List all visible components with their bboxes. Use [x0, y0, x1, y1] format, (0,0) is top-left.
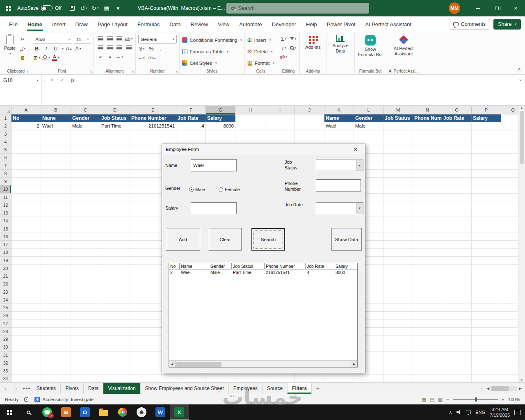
- qat-customize-icon[interactable]: ▾: [113, 3, 123, 14]
- cell-O19[interactable]: [442, 257, 472, 265]
- cell-B11[interactable]: [41, 194, 71, 201]
- cell-B16[interactable]: [41, 233, 71, 241]
- cell-N15[interactable]: [413, 225, 442, 233]
- cell-D9[interactable]: [100, 178, 130, 185]
- cell-N4[interactable]: [413, 138, 442, 146]
- cell-P15[interactable]: [472, 225, 501, 233]
- cell-B8[interactable]: [41, 170, 71, 178]
- sheet-tab-show-employees-and-source-sheet[interactable]: Show Employees and Source Sheet: [141, 383, 229, 394]
- cell-O15[interactable]: [442, 225, 472, 233]
- cell-C2[interactable]: Male: [71, 122, 100, 130]
- cell-P10[interactable]: [472, 185, 501, 193]
- cell-M15[interactable]: [383, 225, 413, 233]
- cell-P32[interactable]: [472, 359, 501, 367]
- cell-B12[interactable]: [41, 201, 71, 209]
- percent-style-button[interactable]: %: [148, 45, 155, 52]
- cell-A28[interactable]: [11, 328, 41, 336]
- name-field[interactable]: Wael: [191, 159, 237, 171]
- job-rate-select[interactable]: ▼: [316, 202, 363, 214]
- ribbon-tab-power-pivot[interactable]: Power Pivot: [322, 16, 360, 32]
- cell-N18[interactable]: [413, 249, 442, 256]
- cell-E1[interactable]: Phone Number: [130, 114, 176, 122]
- column-header-E[interactable]: E: [130, 106, 176, 114]
- cell-C10[interactable]: [71, 185, 100, 193]
- ai-assistant-button[interactable]: AI Perfect Assistant: [389, 34, 418, 56]
- ribbon-tab-automate[interactable]: Automate: [234, 16, 267, 32]
- cell-M18[interactable]: [383, 249, 413, 256]
- cell-G34[interactable]: [206, 375, 235, 382]
- cell-G2[interactable]: 8000: [206, 122, 235, 130]
- cell-B29[interactable]: [41, 336, 71, 343]
- font-name-select[interactable]: Arial▾: [33, 35, 72, 43]
- cell-M19[interactable]: [383, 257, 413, 265]
- cell-O22[interactable]: [442, 280, 472, 288]
- cell-N5[interactable]: [413, 146, 442, 154]
- cell-C33[interactable]: [71, 367, 100, 375]
- cell-J1[interactable]: [295, 114, 324, 122]
- cell-B28[interactable]: [41, 328, 71, 336]
- cell-A13[interactable]: [11, 209, 41, 217]
- cell-D4[interactable]: [100, 138, 130, 146]
- cell-A21[interactable]: [11, 272, 41, 280]
- cell-O13[interactable]: [442, 209, 472, 217]
- cell-N8[interactable]: [413, 170, 442, 178]
- page-break-view-icon[interactable]: ▥: [438, 397, 443, 402]
- notification-center-icon[interactable]: [514, 410, 521, 415]
- enter-formula-icon[interactable]: ✓: [60, 77, 64, 83]
- cell-D32[interactable]: [100, 359, 130, 367]
- mail-icon[interactable]: ✉: [57, 404, 75, 420]
- cell-M9[interactable]: [383, 178, 413, 185]
- cell-C17[interactable]: [71, 241, 100, 249]
- name-box-splitter[interactable]: ⋮: [42, 75, 47, 105]
- row-header-12[interactable]: 12: [0, 201, 11, 209]
- align-center-button[interactable]: [106, 44, 114, 52]
- cell-N14[interactable]: [413, 217, 442, 225]
- cell-B27[interactable]: [41, 320, 71, 328]
- collapse-ribbon-icon[interactable]: ∧: [518, 66, 521, 72]
- cell-C15[interactable]: [71, 225, 100, 233]
- zoom-in-icon[interactable]: +: [502, 397, 504, 402]
- cell-M10[interactable]: [383, 185, 413, 193]
- cell-C21[interactable]: [71, 272, 100, 280]
- number-dialog-launcher-icon[interactable]: ↘: [175, 70, 178, 73]
- job-status-dropdown-icon[interactable]: ▼: [356, 160, 363, 171]
- cell-N7[interactable]: [413, 162, 442, 170]
- cell-A4[interactable]: [11, 138, 41, 146]
- orientation-button[interactable]: ab▾: [125, 35, 132, 43]
- sheet-tab-employees[interactable]: Employees: [229, 383, 262, 394]
- name-box[interactable]: G10 ▾: [0, 75, 41, 86]
- cell-F34[interactable]: [176, 375, 206, 382]
- cell-B13[interactable]: [41, 209, 71, 217]
- row-header-11[interactable]: 11: [0, 194, 11, 201]
- accessibility-status[interactable]: ♿ Accessibility: Investigate: [34, 397, 94, 402]
- list-scroll-left-icon[interactable]: ◀: [169, 361, 176, 367]
- row-header-15[interactable]: 15: [0, 225, 11, 233]
- cell-A30[interactable]: [11, 343, 41, 351]
- cell-N2[interactable]: [413, 122, 442, 130]
- cell-P8[interactable]: [472, 170, 501, 178]
- cell-D24[interactable]: [100, 296, 130, 304]
- row-header-32[interactable]: 32: [0, 359, 11, 367]
- cell-A3[interactable]: [11, 130, 41, 138]
- row-header-5[interactable]: 5: [0, 146, 11, 154]
- show-formula-bot-button[interactable]: Show Formula Bot: [357, 34, 383, 57]
- zoom-slider-knob[interactable]: [475, 397, 477, 402]
- cell-N3[interactable]: [413, 130, 442, 138]
- language-indicator[interactable]: ENG: [475, 410, 485, 415]
- cell-N29[interactable]: [413, 336, 442, 343]
- cell-N32[interactable]: [413, 359, 442, 367]
- cell-P29[interactable]: [472, 336, 501, 343]
- cell-C5[interactable]: [71, 146, 100, 154]
- row-header-1[interactable]: 1: [0, 114, 11, 122]
- cell-E34[interactable]: [130, 375, 176, 382]
- row-header-16[interactable]: 16: [0, 233, 11, 241]
- start-icon[interactable]: [0, 404, 19, 420]
- cell-styles-button[interactable]: Cell Styles▾: [182, 58, 242, 68]
- row-header-33[interactable]: 33: [0, 367, 11, 375]
- autosave-toggle[interactable]: AutoSave Off: [17, 5, 62, 11]
- cell-I2[interactable]: [265, 122, 295, 130]
- list-scroll-thumb[interactable]: [176, 362, 221, 367]
- cell-D7[interactable]: [100, 162, 130, 170]
- cell-K34[interactable]: [324, 375, 354, 382]
- cell-C34[interactable]: [71, 375, 100, 382]
